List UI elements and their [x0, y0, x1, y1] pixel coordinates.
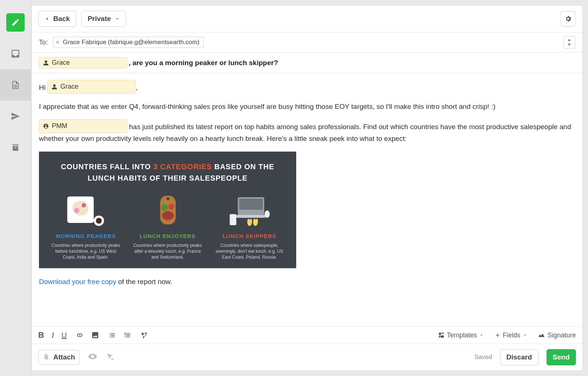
- svg-point-9: [161, 204, 168, 211]
- signature-button[interactable]: Signature: [538, 331, 576, 339]
- svg-point-3: [82, 203, 86, 207]
- infographic-col-desc: Countries where productivity peaks after…: [129, 242, 207, 260]
- plate-icon: [64, 192, 108, 229]
- send-label: Send: [553, 353, 570, 361]
- subject-token-text: Grace: [52, 59, 70, 67]
- smart-suggest-button[interactable]: [105, 352, 115, 363]
- attach-button[interactable]: Attach: [38, 350, 80, 365]
- compose-toolbar: Back Private: [32, 6, 582, 32]
- back-button[interactable]: Back: [38, 11, 76, 27]
- person-icon: [43, 60, 49, 66]
- cursor-spark-icon: [105, 352, 115, 361]
- email-body[interactable]: Hi Grace , I appreciate that as we enter…: [32, 73, 582, 326]
- bullet-list-button[interactable]: [108, 331, 116, 339]
- to-row[interactable]: To: ✕ Grace Fabrique (fabrique.g@element…: [32, 32, 582, 53]
- inbox-icon: [10, 49, 21, 59]
- clear-format-button[interactable]: [140, 331, 148, 339]
- recipient-chip[interactable]: ✕ Grace Fabrique (fabrique.g@elementsear…: [53, 37, 204, 48]
- body-merge-token-company[interactable]: PMM: [39, 119, 127, 133]
- image-button[interactable]: [91, 331, 99, 339]
- signature-icon: [538, 331, 545, 339]
- signature-label: Signature: [548, 331, 576, 339]
- subject-row[interactable]: Grace , are you a morning peaker or lunc…: [32, 53, 582, 73]
- fields-dropdown[interactable]: Fields: [495, 331, 527, 339]
- action-bar: Attach Saved Discard Send: [32, 344, 582, 370]
- rail-documents[interactable]: [0, 69, 31, 100]
- discard-button[interactable]: Discard: [500, 349, 538, 365]
- greeting-comma: ,: [136, 84, 137, 91]
- svg-point-10: [168, 204, 174, 210]
- visibility-dropdown[interactable]: Private: [81, 11, 126, 27]
- body-merge-token-name[interactable]: Grace: [47, 80, 136, 94]
- rail-sent[interactable]: [0, 100, 31, 132]
- compose-button[interactable]: [6, 13, 25, 32]
- underline-button[interactable]: U: [61, 331, 67, 340]
- svg-point-7: [166, 197, 169, 200]
- compose-panel: Back Private To: ✕ Grace Fabrique (fabri…: [31, 5, 583, 371]
- visibility-label: Private: [87, 15, 111, 23]
- template-icon: [438, 332, 445, 338]
- bold-button[interactable]: B: [38, 330, 44, 340]
- svg-point-15: [265, 210, 270, 218]
- settings-button[interactable]: [560, 11, 576, 26]
- cutting-board-icon: [146, 192, 190, 229]
- recipient-name: Grace Fabrique (fabrique.g@elementsearth…: [63, 39, 200, 46]
- laptop-icon: [227, 192, 272, 229]
- number-list-icon: [123, 331, 132, 339]
- svg-point-1: [72, 201, 89, 216]
- to-label: To:: [39, 39, 48, 46]
- infographic-col-morning: MORNING PEAKERS Countries where producti…: [47, 192, 125, 260]
- infographic-col-desc: Countries where productivity peaks befor…: [47, 242, 125, 260]
- gear-icon: [564, 15, 572, 22]
- preview-button[interactable]: [88, 352, 97, 363]
- format-toolbar: B I U Tem: [32, 326, 582, 344]
- templates-dropdown[interactable]: Templates: [438, 331, 484, 339]
- chevron-down-icon: [523, 333, 527, 337]
- templates-label: Templates: [447, 331, 477, 339]
- rail-archive[interactable]: [0, 132, 31, 163]
- infographic-title: Countries fall into 3 categories based o…: [47, 161, 288, 184]
- paperclip-icon: [43, 354, 50, 361]
- infographic-col-desc: Countries where salespeople, seemingly, …: [211, 242, 288, 260]
- link-button[interactable]: [76, 331, 84, 339]
- plus-icon: [495, 332, 501, 338]
- person-icon: [51, 84, 57, 90]
- document-icon: [11, 80, 20, 90]
- recipient-remove[interactable]: ✕: [55, 39, 61, 45]
- subject-merge-token[interactable]: Grace: [39, 57, 127, 68]
- svg-point-2: [74, 208, 79, 213]
- infographic-col-title: MORNING PEAKERS: [55, 232, 116, 240]
- clear-format-icon: [140, 331, 148, 339]
- send-icon: [11, 111, 20, 121]
- infographic-col-title: LUNCH ENJOYERS: [140, 232, 196, 240]
- link-icon: [76, 331, 84, 339]
- left-rail: [0, 0, 31, 376]
- fields-label: Fields: [503, 331, 520, 339]
- eye-icon: [88, 352, 97, 361]
- chevron-down-icon: [479, 333, 484, 337]
- italic-button[interactable]: I: [51, 330, 54, 340]
- infographic-col-skipper: LUNCH SKIPPERS Countries where salespeop…: [211, 192, 288, 260]
- company-icon: [43, 123, 49, 129]
- rail-inbox[interactable]: [0, 38, 31, 69]
- download-link[interactable]: Download your free copy: [39, 278, 116, 285]
- attach-label: Attach: [53, 353, 75, 361]
- number-list-button[interactable]: [123, 331, 132, 339]
- expand-recipients-button[interactable]: [563, 36, 575, 49]
- greeting-hi: Hi: [39, 84, 46, 91]
- discard-label: Discard: [506, 353, 532, 361]
- bullet-list-icon: [108, 331, 116, 339]
- edit-icon: [11, 18, 20, 27]
- svg-point-5: [96, 218, 102, 224]
- download-rest: of the report now.: [116, 278, 172, 285]
- svg-rect-13: [236, 215, 266, 218]
- infographic-col-lunch: LUNCH ENJOYERS Countries where productiv…: [129, 192, 207, 260]
- back-label: Back: [53, 15, 70, 23]
- image-icon: [91, 331, 99, 339]
- archive-icon: [11, 143, 20, 152]
- rail-compose[interactable]: [0, 7, 31, 38]
- subject-text: , are you a morning peaker or lunch skip…: [129, 59, 278, 67]
- chevron-left-icon: [44, 16, 50, 21]
- send-button[interactable]: Send: [546, 349, 576, 365]
- chevron-down-icon: [115, 16, 120, 21]
